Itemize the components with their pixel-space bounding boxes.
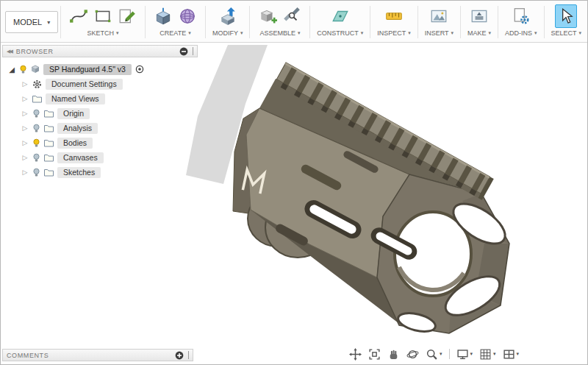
- browser-item-label[interactable]: Named Views: [46, 93, 105, 104]
- scripts-addins-icon[interactable]: [510, 4, 532, 28]
- new-component-icon[interactable]: [257, 4, 279, 28]
- grab-hand-icon[interactable]: [387, 348, 400, 361]
- panel-resize-handle[interactable]: [188, 351, 189, 359]
- folder-icon: [44, 139, 54, 147]
- visibility-bulb-off-icon[interactable]: [32, 109, 40, 118]
- browser-root-row[interactable]: ◢ SP Handguard 4.5" v3: [8, 62, 198, 77]
- select-cursor-icon[interactable]: [555, 4, 577, 28]
- handguard-model[interactable]: [233, 63, 512, 335]
- collapse-panel-icon[interactable]: ◀◀: [7, 49, 12, 54]
- chevron-down-icon: ▾: [298, 30, 301, 36]
- toolbar-group-create: CREATE▾: [148, 2, 203, 42]
- create-sketch-icon[interactable]: [116, 4, 138, 28]
- toolbar-group-insert: INSERT▾: [420, 2, 458, 42]
- browser-header[interactable]: ◀◀ BROWSER: [2, 45, 198, 57]
- folder-icon: [44, 124, 54, 132]
- browser-item-canvases[interactable]: ▷ Canvases: [8, 150, 198, 165]
- browser-item-sketches[interactable]: ▷ Sketches: [8, 165, 198, 180]
- toolbar-divider: [205, 6, 206, 38]
- toolbar-divider: [498, 6, 498, 38]
- rectangle-sketch-icon[interactable]: [92, 4, 114, 28]
- form-sphere-icon[interactable]: [176, 4, 198, 28]
- visibility-bulb-off-icon[interactable]: [32, 124, 40, 133]
- chevron-down-icon: ▾: [361, 30, 364, 36]
- construction-plane-icon[interactable]: [329, 4, 351, 28]
- expand-arrow-icon[interactable]: ▷: [21, 169, 29, 176]
- toolbar-divider: [460, 6, 461, 38]
- comments-title: COMMENTS: [7, 352, 171, 359]
- spline-icon[interactable]: [68, 4, 90, 28]
- expand-arrow-icon[interactable]: ▷: [21, 95, 29, 102]
- orbit-icon[interactable]: [406, 348, 419, 361]
- folder-icon: [44, 154, 54, 162]
- insert-canvas-icon[interactable]: [428, 4, 450, 28]
- chevron-down-icon: ▾: [116, 30, 119, 36]
- construct-menu[interactable]: CONSTRUCT▾: [317, 29, 363, 37]
- navbar-divider: [449, 349, 450, 359]
- browser-item-label[interactable]: Origin: [57, 108, 90, 119]
- browser-tree: ◢ SP Handguard 4.5" v3 ▷ Document Settin…: [2, 57, 198, 180]
- chevron-down-icon: ▾: [440, 351, 442, 357]
- browser-root-label[interactable]: SP Handguard 4.5" v3: [43, 64, 132, 75]
- browser-item-analysis[interactable]: ▷ Analysis: [8, 121, 198, 135]
- assemble-menu[interactable]: ASSEMBLE▾: [259, 29, 300, 37]
- visibility-bulb-off-icon[interactable]: [32, 168, 40, 177]
- browser-item-named-views[interactable]: ▷ Named Views: [8, 91, 198, 106]
- chevron-down-icon: ▾: [451, 30, 454, 36]
- insert-menu[interactable]: INSERT▾: [425, 29, 453, 37]
- expand-arrow-icon[interactable]: ▷: [21, 154, 29, 161]
- expand-arrow-icon[interactable]: ▷: [21, 80, 29, 88]
- addins-menu[interactable]: ADD-INS▾: [505, 29, 537, 37]
- browser-item-origin[interactable]: ▷ Origin: [8, 106, 198, 121]
- browser-title: BROWSER: [16, 48, 175, 55]
- select-menu[interactable]: SELECT▾: [551, 29, 582, 37]
- joint-icon[interactable]: [281, 4, 303, 28]
- visibility-bulb-on-icon[interactable]: [19, 65, 27, 74]
- toolbar-divider: [417, 6, 418, 38]
- expand-arrow-icon[interactable]: ▷: [21, 139, 29, 146]
- browser-item-label[interactable]: Analysis: [57, 123, 98, 134]
- sketch-menu[interactable]: SKETCH▾: [87, 29, 119, 37]
- viewports-icon[interactable]: ▾: [503, 348, 520, 361]
- toolbar-group-construct: CONSTRUCT▾: [312, 2, 368, 42]
- create-menu[interactable]: CREATE▾: [159, 29, 190, 37]
- zoom-fit-icon[interactable]: [368, 348, 381, 361]
- activate-component-icon[interactable]: [135, 65, 144, 74]
- expand-comments-icon[interactable]: [175, 351, 184, 360]
- extrude-box-icon[interactable]: [152, 4, 174, 28]
- chevron-down-icon: ▾: [47, 19, 50, 26]
- visibility-bulb-off-icon[interactable]: [32, 153, 40, 163]
- browser-item-bodies[interactable]: ▷ Bodies: [8, 135, 198, 150]
- toolbar-divider: [145, 6, 146, 38]
- minimize-panel-icon[interactable]: [179, 47, 188, 56]
- visibility-bulb-on-icon[interactable]: [32, 138, 40, 148]
- grid-settings-icon[interactable]: ▾: [479, 348, 496, 361]
- workspace-dropdown[interactable]: MODEL ▾: [5, 11, 58, 33]
- make-print-icon[interactable]: [468, 4, 490, 28]
- zoom-icon[interactable]: ▾: [426, 348, 442, 361]
- browser-item-label[interactable]: Canvases: [57, 152, 104, 163]
- toolbar-divider: [370, 6, 370, 38]
- chevron-down-icon: ▾: [470, 351, 473, 357]
- browser-item-label[interactable]: Bodies: [57, 138, 93, 149]
- browser-item-label[interactable]: Document Settings: [46, 79, 123, 90]
- main-toolbar: MODEL ▾ SKETCH▾: [1, 1, 587, 43]
- pan-icon[interactable]: [349, 348, 362, 361]
- expand-arrow-icon[interactable]: ▷: [21, 124, 29, 132]
- toolbar-group-make: MAKE▾: [463, 2, 495, 42]
- panel-resize-handle[interactable]: [193, 47, 193, 55]
- browser-item-label[interactable]: Sketches: [57, 167, 101, 178]
- workspace-label: MODEL: [13, 18, 42, 26]
- expand-arrow-icon[interactable]: ▷: [21, 110, 29, 117]
- inspect-menu[interactable]: INSPECT▾: [377, 29, 411, 37]
- browser-item-document-settings[interactable]: ▷ Document Settings: [8, 77, 198, 91]
- toolbar-divider: [249, 6, 250, 38]
- make-menu[interactable]: MAKE▾: [467, 29, 491, 37]
- comments-bar[interactable]: COMMENTS: [2, 349, 193, 361]
- folder-icon: [44, 169, 54, 177]
- modify-menu[interactable]: MODIFY▾: [212, 29, 243, 37]
- measure-icon[interactable]: [383, 4, 405, 28]
- expand-arrow-icon[interactable]: ◢: [8, 65, 15, 74]
- display-settings-icon[interactable]: ▾: [456, 348, 473, 361]
- press-pull-icon[interactable]: [217, 4, 239, 28]
